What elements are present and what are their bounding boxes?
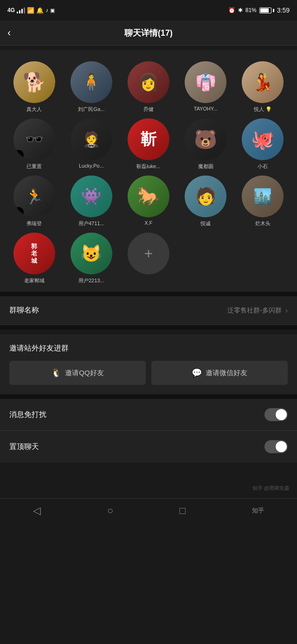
member-item[interactable]: 💃 悦人 💡 [236, 61, 290, 113]
pin-row: 置顶聊天 [0, 431, 297, 462]
battery-indicator [259, 7, 274, 13]
avatar: 🐎 [128, 176, 169, 217]
member-item[interactable]: 🧑 悦诚 [179, 176, 232, 227]
avatar: 🤵 [71, 118, 112, 160]
nav-square-button[interactable]: □ [180, 505, 186, 517]
avatar: 👘 [185, 61, 226, 103]
invite-wechat-button[interactable]: 💬 邀请微信好友 [151, 361, 288, 385]
bluetooth-icon: ✱ [238, 7, 243, 13]
member-item[interactable]: 🕶️ ♪ 已重置 [7, 118, 61, 170]
avatar: 郭 老 城 [13, 233, 55, 274]
sound-icon: 🔔 [36, 7, 44, 14]
status-right: ⏰ ✱ 81% 3:59 [228, 7, 290, 14]
member-item[interactable]: 👘 TAYOHY... [179, 61, 232, 113]
member-item[interactable]: 🐕 真大人 [7, 61, 61, 113]
nav-zhihu: 知乎 [252, 507, 264, 515]
back-button[interactable]: ‹ [7, 27, 11, 39]
wifi-icon: 📶 [27, 7, 34, 14]
status-bar: 4G 📶 🔔 ♪ ▣ ⏰ ✱ 81% 3:59 [0, 0, 297, 20]
chevron-right-icon: › [285, 306, 288, 315]
member-name: 悦人 💡 [254, 106, 272, 113]
member-name: 已重置 [26, 163, 42, 170]
avatar: 😺 [71, 233, 112, 274]
invite-title: 邀请站外好友进群 [9, 344, 288, 353]
header: ‹ 聊天详情(17) [0, 20, 297, 46]
member-name: 烂木头 [255, 220, 271, 227]
avatar: 💃 [242, 61, 284, 103]
toggle-knob [276, 409, 287, 420]
nav-back-icon: ◁ [33, 505, 41, 517]
tiktok-badge: ♪ [13, 207, 24, 217]
member-name: 乔健 [143, 106, 154, 113]
member-item[interactable]: 🐙 小石 [236, 118, 290, 170]
nav-home-icon: ○ [107, 505, 113, 517]
invite-wechat-label: 邀请微信好友 [206, 369, 247, 377]
group-name-row[interactable]: 群聊名称 泛零售社群-多闪群 › [0, 296, 297, 325]
avatar: 👩 [128, 61, 169, 103]
watermark: 知乎 @黑啤先森 [0, 481, 297, 494]
member-name: 用户4711... [78, 220, 104, 227]
signal-bar-2 [19, 10, 20, 13]
invite-qq-label: 邀请QQ好友 [65, 369, 103, 377]
signal-bars [17, 7, 25, 13]
avatar: 🧍 [71, 61, 112, 103]
divider-2 [0, 325, 297, 330]
mute-section: 消息免打扰 置顶聊天 [0, 399, 297, 462]
tiktok-badge: ♪ [13, 150, 24, 160]
member-item[interactable]: 🐎 X.F [122, 176, 175, 227]
battery-percent: 81% [245, 7, 257, 13]
member-name: Lucky.Po... [79, 163, 104, 169]
nav-bar: ◁ ○ □ 知乎 [0, 498, 297, 524]
members-section: 🐕 真大人 🧍 刘广民Ga... 👩 乔健 👘 TAYOHY... 💃 [0, 50, 297, 292]
time-display: 3:59 [277, 7, 290, 14]
group-name-label: 群聊名称 [9, 306, 39, 315]
members-grid: 🐕 真大人 🧍 刘广民Ga... 👩 乔健 👘 TAYOHY... 💃 [7, 61, 290, 284]
group-name-value: 泛零售社群-多闪群 [227, 306, 282, 315]
member-name: X.F [144, 220, 152, 226]
mute-label: 消息免打扰 [9, 410, 46, 420]
mute-toggle[interactable] [265, 408, 288, 421]
member-item[interactable]: 🏃 ♪ 弗瑞登 [7, 176, 61, 227]
member-name: 悦诚 [200, 220, 211, 227]
member-item[interactable]: 🏙️ 烂木头 [236, 176, 290, 227]
wechat-icon: 💬 [192, 368, 202, 378]
member-name: 小石 [258, 163, 268, 170]
member-item[interactable]: 🤵 Lucky.Po... [65, 118, 118, 170]
member-item[interactable]: 🧍 刘广民Ga... [65, 61, 118, 113]
app-icon: ▣ [50, 7, 55, 13]
invite-section: 邀请站外好友进群 🐧 邀请QQ好友 💬 邀请微信好友 [0, 334, 297, 394]
mute-row: 消息免打扰 [0, 399, 297, 431]
tiktok-icon: ♪ [45, 7, 48, 13]
pin-toggle[interactable] [265, 440, 288, 453]
member-item[interactable]: 👩 乔健 [122, 61, 175, 113]
avatar: 🏙️ [242, 176, 284, 217]
qq-icon: 🐧 [51, 368, 61, 378]
avatar: 👾 [71, 176, 112, 217]
signal-bar-1 [17, 12, 18, 13]
divider-3 [0, 394, 297, 399]
member-name: 弗瑞登 [26, 220, 42, 227]
member-item[interactable]: 😺 用户2213... [65, 233, 118, 284]
member-name: 魔都圆 [198, 163, 213, 170]
member-name: TAYOHY... [194, 106, 218, 111]
clock-icon: ⏰ [228, 7, 235, 13]
pin-label: 置顶聊天 [9, 442, 39, 452]
invite-buttons-container: 🐧 邀请QQ好友 💬 邀请微信好友 [9, 361, 288, 385]
member-item[interactable]: 郭 老 城 老家郸城 [7, 233, 61, 284]
member-item[interactable]: 靳 靳磊luke... [122, 118, 175, 170]
avatar: 🐙 [242, 118, 284, 160]
invite-qq-button[interactable]: 🐧 邀请QQ好友 [9, 361, 146, 385]
add-member-button[interactable]: + [128, 233, 169, 274]
member-item[interactable]: 👾 用户4711... [65, 176, 118, 227]
avatar: 🕶️ ♪ [13, 118, 55, 160]
nav-home-button[interactable]: ○ [107, 505, 113, 517]
avatar: 🐕 [13, 61, 55, 103]
member-item[interactable]: + [122, 233, 175, 284]
member-name: 用户2213... [78, 277, 104, 284]
network-type: 4G [7, 7, 15, 13]
avatar: 🏃 ♪ [13, 176, 55, 217]
member-item[interactable]: 🐻 魔都圆 [179, 118, 232, 170]
avatar: 靳 [128, 118, 169, 160]
nav-back-button[interactable]: ◁ [33, 505, 41, 517]
toggle-knob-2 [276, 441, 287, 452]
